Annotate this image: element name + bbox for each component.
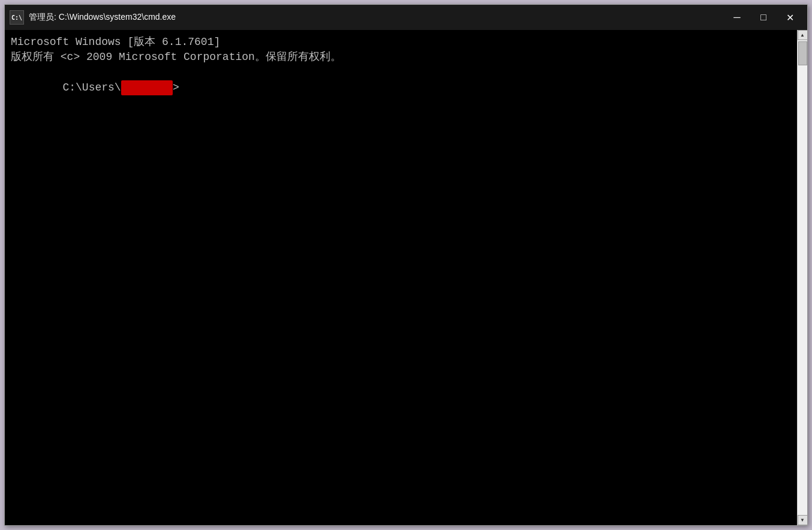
terminal-line-2: 版权所有 <c> 2009 Microsoft Corporation。保留所有… — [11, 50, 791, 65]
cmd-window: C:\ 管理员: C:\Windows\system32\cmd.exe ─ □… — [4, 4, 808, 526]
window-body: Microsoft Windows [版本 6.1.7601] 版权所有 <c>… — [5, 30, 807, 525]
minimize-button[interactable]: ─ — [724, 8, 750, 26]
maximize-button[interactable]: □ — [751, 8, 776, 26]
terminal-line-1: Microsoft Windows [版本 6.1.7601] — [11, 35, 791, 50]
titlebar: C:\ 管理员: C:\Windows\system32\cmd.exe ─ □… — [5, 5, 807, 30]
redacted-username — [121, 80, 173, 95]
titlebar-buttons: ─ □ ✕ — [724, 8, 802, 26]
terminal-area[interactable]: Microsoft Windows [版本 6.1.7601] 版权所有 <c>… — [5, 30, 797, 525]
titlebar-title: 管理员: C:\Windows\system32\cmd.exe — [29, 12, 724, 23]
scroll-down-button[interactable]: ▼ — [798, 515, 808, 525]
terminal-line-3: C:\Users\ > — [11, 65, 791, 110]
prompt-suffix: > — [173, 82, 179, 94]
titlebar-icon: C:\ — [10, 10, 24, 25]
cmd-icon-label: C:\ — [11, 14, 22, 21]
scroll-up-button[interactable]: ▲ — [798, 30, 808, 40]
scrollbar-track[interactable] — [798, 40, 807, 515]
scrollbar: ▲ ▼ — [797, 30, 807, 525]
scrollbar-thumb[interactable] — [798, 41, 807, 65]
close-button[interactable]: ✕ — [777, 8, 802, 26]
prompt-prefix: C:\Users\ — [62, 82, 121, 94]
